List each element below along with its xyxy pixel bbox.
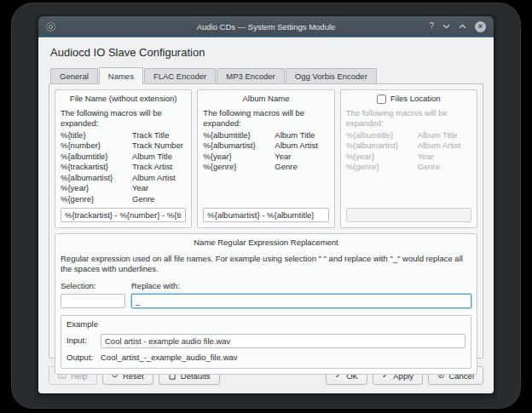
file-name-pattern-input[interactable]: [61, 208, 186, 222]
album-name-intro: The following macros will be expanded:: [203, 108, 328, 129]
macro-row: %{title}Track Title: [61, 130, 186, 141]
files-location-intro: The following macros will be expanded:: [346, 108, 471, 129]
replace-with-label: Replace with:: [131, 281, 471, 292]
macro-row: %{year}Year: [61, 183, 186, 194]
file-name-groupbox: File Name (without extension) The follow…: [55, 89, 192, 228]
tab-mp3-encoder[interactable]: MP3 Encoder: [217, 68, 285, 83]
selection-label: Selection:: [61, 281, 125, 292]
macro-row: %{trackartist}Track Artist: [61, 162, 186, 173]
chevron-up-icon: [459, 24, 466, 29]
maximize-button[interactable]: [459, 24, 466, 29]
regex-description: Regular expression used on all file name…: [61, 254, 471, 275]
macro-row: %{genre}Genre: [346, 162, 471, 173]
macro-row: %{albumtitle}Album Title: [203, 130, 328, 141]
selection-input[interactable]: [61, 294, 125, 308]
names-tab-pane: File Name (without extension) The follow…: [49, 83, 483, 359]
close-icon: ×: [478, 22, 483, 31]
album-name-pattern-input[interactable]: [203, 208, 328, 222]
macro-row: %{number}Track Number: [61, 141, 186, 152]
chevron-down-icon: [442, 24, 450, 29]
tab-ogg-vorbis-encoder[interactable]: Ogg Vorbis Encoder: [286, 68, 377, 83]
minimize-button[interactable]: [442, 24, 450, 29]
audiocd-settings-window: Audio CDs — System Settings Module ? × A…: [38, 16, 494, 393]
tab-general[interactable]: General: [50, 68, 98, 83]
tab-names[interactable]: Names: [99, 67, 143, 84]
macro-row: %{genre}Genre: [203, 162, 328, 173]
macro-row: %{year}Year: [346, 152, 471, 163]
tab-flac-encoder[interactable]: FLAC Encoder: [144, 68, 216, 83]
audio-cd-icon: [46, 22, 55, 32]
files-location-group-title: Files Location: [390, 94, 441, 105]
macro-row: %{albumtitle}Album Title: [346, 130, 471, 141]
file-name-group-title: File Name (without extension): [61, 94, 186, 105]
titlebar[interactable]: Audio CDs — System Settings Module ? ×: [38, 16, 494, 37]
regex-replacement-groupbox: Name Regular Expression Replacement Regu…: [55, 233, 477, 375]
example-frame: Example Input: Output: Cool_artist_-_exa…: [61, 315, 471, 369]
macro-row: %{albumartist}Album Artist: [203, 141, 328, 152]
tab-bar: General Names FLAC Encoder MP3 Encoder O…: [50, 68, 483, 83]
album-name-group-title: Album Name: [203, 94, 328, 105]
macro-row: %{albumartist}Album Artist: [346, 141, 471, 152]
files-location-pattern-input: [346, 208, 471, 222]
macro-row: %{year}Year: [203, 152, 328, 163]
example-output-label: Output:: [66, 353, 101, 364]
example-input-label: Input:: [66, 336, 101, 347]
window-title: Audio CDs — System Settings Module: [38, 16, 494, 37]
files-location-checkbox[interactable]: [377, 95, 386, 104]
example-input-field[interactable]: [101, 334, 466, 348]
page-title: Audiocd IO Slave Configuration: [50, 46, 483, 59]
album-name-groupbox: Album Name The following macros will be …: [197, 89, 334, 228]
macro-row: %{albumtitle}Album Title: [61, 152, 186, 163]
macro-row: %{albumartist}Album Artist: [61, 173, 186, 184]
file-name-intro: The following macros will be expanded:: [61, 108, 186, 129]
example-output-value: Cool_artist_-_example_audio_file.wav: [101, 353, 238, 364]
window-body: Audiocd IO Slave Configuration General N…: [38, 37, 494, 393]
close-button[interactable]: ×: [475, 21, 486, 32]
window-help-button[interactable]: ?: [429, 22, 434, 31]
example-title: Example: [66, 319, 466, 330]
files-location-groupbox: Files Location The following macros will…: [340, 89, 477, 228]
macro-row: %{genre}Genre: [61, 194, 186, 205]
replace-with-input[interactable]: [131, 294, 471, 308]
regex-group-title: Name Regular Expression Replacement: [61, 238, 471, 249]
